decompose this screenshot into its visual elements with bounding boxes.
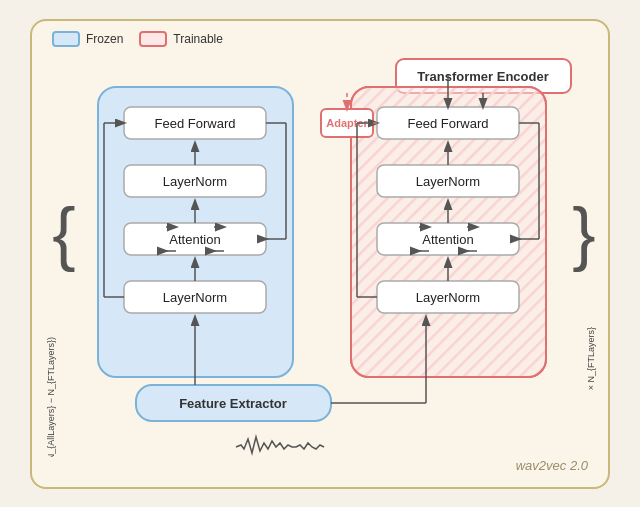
left-layernorm-bottom: LayerNorm bbox=[163, 290, 227, 305]
frozen-label: Frozen bbox=[86, 32, 123, 46]
left-feed-forward: Feed Forward bbox=[155, 116, 236, 131]
transformer-encoder-label: Transformer Encoder bbox=[417, 69, 549, 84]
trainable-box-icon bbox=[139, 31, 167, 47]
right-n-label: × N_{FTLayers} bbox=[586, 327, 596, 390]
left-layernorm-top: LayerNorm bbox=[163, 174, 227, 189]
right-attention: Attention bbox=[422, 232, 473, 247]
right-layernorm-top: LayerNorm bbox=[416, 174, 480, 189]
right-layernorm-bottom: LayerNorm bbox=[416, 290, 480, 305]
right-feed-forward: Feed Forward bbox=[408, 116, 489, 131]
main-container: Frozen Trainable wav2vec 2.0 Transformer… bbox=[30, 19, 610, 489]
waveform bbox=[236, 437, 324, 453]
legend: Frozen Trainable bbox=[52, 31, 223, 47]
right-bracket-symbol: } bbox=[572, 194, 595, 272]
watermark: wav2vec 2.0 bbox=[516, 458, 588, 473]
legend-frozen: Frozen bbox=[52, 31, 123, 47]
feature-extractor-label: Feature Extractor bbox=[179, 396, 287, 411]
trainable-label: Trainable bbox=[173, 32, 223, 46]
legend-trainable: Trainable bbox=[139, 31, 223, 47]
left-n-label: × (N_{AllLayers} − N_{FTLayers}) bbox=[46, 337, 56, 457]
left-attention: Attention bbox=[169, 232, 220, 247]
left-bracket-symbol: { bbox=[52, 194, 75, 272]
diagram-svg: Transformer Encoder Feed Forward LayerNo… bbox=[46, 57, 598, 457]
frozen-box-icon bbox=[52, 31, 80, 47]
